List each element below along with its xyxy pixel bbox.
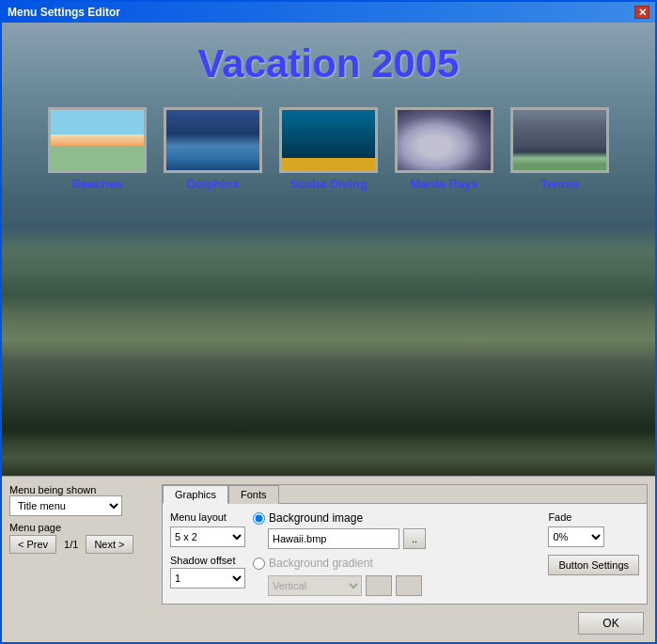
tab-controls-row: Menu layout 5 x 2 Shadow offset 1 [170, 511, 639, 596]
thumbnail-beaches[interactable] [48, 107, 147, 173]
bg-image-radio-row: Background image [253, 511, 540, 525]
tabs-panel: Graphics Fonts Menu layout [162, 484, 648, 605]
thumbnail-label-beaches[interactable]: Beaches [72, 177, 122, 191]
gradient-input-row: Vertical [268, 575, 540, 596]
layout-shadow-group: Menu layout 5 x 2 Shadow offset 1 [170, 511, 245, 589]
prev-button[interactable]: < Prev [9, 535, 56, 554]
bottom-inner: Menu being shown Title menu Menu page < … [9, 484, 648, 605]
tab-bar: Graphics Fonts [163, 485, 647, 504]
thumbnail-label-tennis[interactable]: Tennis [540, 177, 579, 191]
thumbnail-label-manta[interactable]: Manta Rays [410, 177, 477, 191]
menu-page-label: Menu page [9, 522, 150, 533]
menu-title: Vacation 2005 [2, 41, 655, 86]
bg-image-input[interactable] [268, 528, 399, 549]
background-group: Background image .. Background gradient [253, 511, 540, 596]
gradient-select[interactable]: Vertical [268, 575, 362, 596]
shadow-offset-group: Shadow offset 1 [170, 555, 245, 589]
list-item: Tennis [510, 107, 609, 191]
shadow-offset-label: Shadow offset [170, 555, 245, 566]
shadow-offset-select[interactable]: 1 [170, 568, 245, 589]
bg-image-radio[interactable] [253, 512, 265, 525]
gradient-color1-button[interactable] [366, 575, 392, 596]
gradient-color2-button[interactable] [396, 575, 422, 596]
menu-layout-label: Menu layout [170, 511, 245, 523]
tab-fonts[interactable]: Fonts [228, 485, 279, 504]
menu-being-shown-label: Menu being shown [9, 484, 150, 495]
menu-layout-group: Menu layout 5 x 2 [170, 511, 245, 547]
bg-image-input-row: .. [268, 528, 540, 549]
fade-select[interactable]: 0% [548, 526, 604, 547]
ok-row: OK [9, 612, 648, 635]
page-nav: < Prev 1/1 Next > [9, 535, 150, 554]
list-item: Dolphins [164, 107, 262, 191]
browse-button[interactable]: .. [403, 528, 426, 549]
close-button[interactable]: ✕ [634, 6, 649, 19]
tab-graphics[interactable]: Graphics [163, 485, 228, 504]
menu-layout-select[interactable]: 5 x 2 [170, 526, 245, 547]
thumbnail-tennis[interactable] [510, 107, 609, 173]
thumbnail-scuba[interactable] [279, 107, 378, 173]
thumbnails-row: Beaches Dolphins Scuba Diving Manta Rays… [2, 107, 655, 191]
window-title: Menu Settings Editor [8, 6, 120, 19]
menu-being-shown-select[interactable]: Title menu [9, 495, 122, 516]
fade-row: 0% [548, 526, 604, 547]
fade-label: Fade [548, 511, 604, 523]
menu-page-group: Menu page < Prev 1/1 Next > [9, 522, 150, 554]
menu-being-shown-group: Menu being shown Title menu [9, 484, 150, 516]
thumbnail-manta[interactable] [395, 107, 493, 173]
thumbnail-label-dolphins[interactable]: Dolphins [187, 177, 240, 191]
list-item: Manta Rays [395, 107, 493, 191]
left-controls: Menu being shown Title menu Menu page < … [9, 484, 150, 605]
bg-gradient-radio-label: Background gradient [269, 557, 373, 570]
background-image [2, 23, 655, 476]
fade-buttons-group: Fade 0% Button Settings [548, 511, 639, 575]
page-indicator: 1/1 [60, 539, 82, 550]
list-item: Scuba Diving [279, 107, 378, 191]
titlebar: Menu Settings Editor ✕ [2, 2, 655, 23]
bg-gradient-radio-row: Background gradient [253, 557, 540, 570]
fade-group: Fade 0% [548, 511, 604, 547]
bg-gradient-radio[interactable] [253, 558, 265, 570]
thumbnail-dolphins[interactable] [164, 107, 262, 173]
bottom-panel: Menu being shown Title menu Menu page < … [2, 476, 655, 642]
next-button[interactable]: Next > [86, 535, 133, 554]
button-settings-button[interactable]: Button Settings [548, 555, 639, 575]
graphics-tab-content: Menu layout 5 x 2 Shadow offset 1 [163, 504, 647, 604]
bg-image-radio-label: Background image [269, 511, 363, 525]
thumbnail-label-scuba[interactable]: Scuba Diving [289, 177, 367, 191]
preview-area: Vacation 2005 Beaches Dolphins Scuba Div… [2, 23, 655, 476]
main-window: Menu Settings Editor ✕ Vacation 2005 Bea… [0, 0, 657, 644]
list-item: Beaches [48, 107, 147, 191]
ok-button[interactable]: OK [578, 612, 644, 635]
